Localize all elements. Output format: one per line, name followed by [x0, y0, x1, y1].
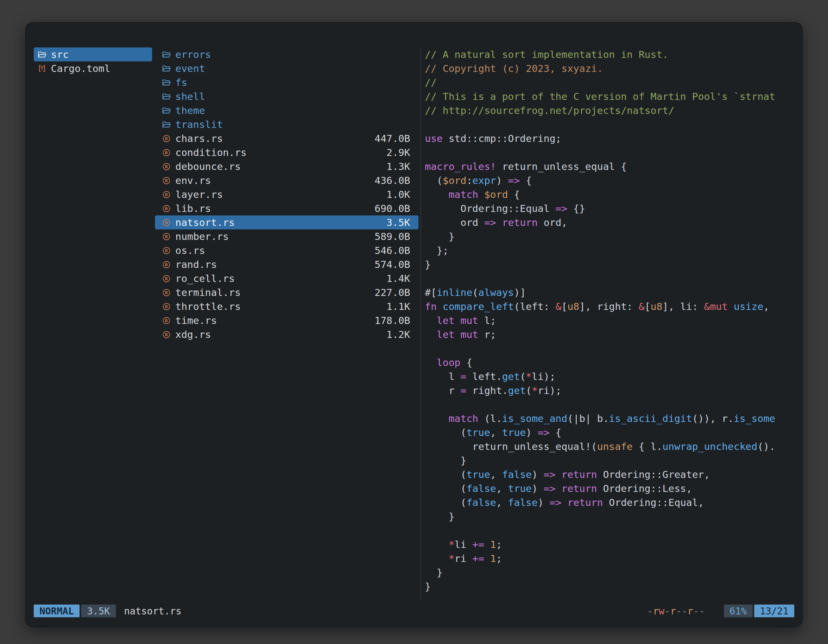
file-row[interactable]: Rterminal.rs227.0B	[155, 285, 419, 299]
file-name: lib.rs	[175, 201, 211, 215]
file-row-selected[interactable]: Rnatsort.rs3.5K	[155, 215, 419, 229]
svg-text:R: R	[165, 234, 168, 239]
code-line: ($ord:expr) => {	[425, 173, 802, 187]
file-size: 546.0B	[375, 243, 419, 257]
svg-text:R: R	[165, 318, 168, 323]
file-size: 227.0B	[375, 285, 419, 299]
rust-icon: R	[162, 330, 171, 339]
code-line	[425, 342, 802, 356]
dir-row[interactable]: fs	[155, 75, 419, 89]
file-row[interactable]: Cargo.toml	[34, 61, 152, 75]
code-line: (false, true) => return Ordering::Less,	[425, 481, 802, 495]
code-line: l = left.get(*li);	[425, 370, 802, 384]
file-size: 436.0B	[375, 173, 419, 187]
dir-row[interactable]: shell	[155, 89, 419, 103]
file-name: src	[51, 47, 69, 61]
file-name: os.rs	[175, 243, 205, 257]
code-line: }	[425, 580, 802, 594]
rust-icon: R	[162, 288, 171, 297]
dir-row[interactable]: errors	[155, 47, 419, 61]
svg-text:R: R	[165, 276, 168, 281]
file-row[interactable]: Rdebounce.rs1.3K	[155, 160, 419, 173]
svg-text:R: R	[165, 332, 168, 337]
code-line: // This is a port of the C version of Ma…	[425, 89, 802, 103]
code-line: }	[425, 509, 802, 523]
rust-icon: R	[162, 190, 171, 199]
file-row[interactable]: Rtime.rs178.0B	[155, 313, 419, 327]
file-size: 1.2K	[386, 327, 419, 342]
file-size: 574.0B	[375, 257, 419, 271]
folder-icon	[162, 120, 171, 129]
dir-row[interactable]: event	[155, 61, 419, 75]
status-right-cluster: -rw-r--r-- 61% 13/21	[647, 605, 794, 617]
file-name: layer.rs	[175, 187, 223, 201]
file-row[interactable]: Rthrottle.rs1.1K	[155, 299, 419, 313]
file-row[interactable]: Rlayer.rs1.0K	[155, 187, 419, 201]
code-line	[425, 118, 802, 132]
file-row[interactable]: Renv.rs436.0B	[155, 173, 419, 187]
file-row[interactable]: Rrand.rs574.0B	[155, 257, 419, 271]
file-row[interactable]: Rxdg.rs1.2K	[155, 327, 419, 342]
file-name: env.rs	[175, 173, 211, 187]
rust-icon: R	[162, 147, 171, 157]
file-name: throttle.rs	[175, 299, 241, 313]
svg-text:R: R	[165, 248, 168, 253]
code-line: }	[425, 257, 802, 271]
file-name: ro_cell.rs	[175, 271, 235, 285]
rust-icon: R	[162, 134, 171, 143]
file-name: fs	[175, 75, 187, 89]
file-row[interactable]: Rro_cell.rs1.4K	[155, 271, 419, 285]
svg-text:R: R	[165, 136, 168, 141]
folder-icon	[162, 92, 171, 101]
parent-pane: srcCargo.toml	[34, 47, 152, 75]
file-size-badge: 3.5K	[81, 605, 116, 617]
pane-separator	[420, 48, 421, 599]
folder-icon	[162, 106, 171, 115]
code-line: macro_rules! return_unless_equal {	[425, 160, 802, 173]
svg-text:R: R	[165, 304, 168, 309]
dir-row[interactable]: theme	[155, 103, 419, 118]
svg-text:R: R	[165, 290, 168, 295]
file-row[interactable]: Ros.rs546.0B	[155, 243, 419, 257]
file-size: 1.3K	[386, 160, 419, 173]
dir-row[interactable]: translit	[155, 118, 419, 132]
preview-pane[interactable]: // A natural sort implementation in Rust…	[425, 47, 802, 599]
file-size: 2.9K	[386, 146, 419, 160]
file-size: 690.0B	[375, 201, 419, 215]
file-row[interactable]: Rlib.rs690.0B	[155, 201, 419, 215]
dir-row-selected[interactable]: src	[34, 47, 152, 61]
folder-icon	[162, 78, 171, 87]
file-row[interactable]: Rcondition.rs2.9K	[155, 146, 419, 160]
file-row[interactable]: Rnumber.rs589.0B	[155, 229, 419, 243]
folder-icon	[162, 64, 171, 73]
yazi-window: srcCargo.toml errorseventfsshellthemetra…	[25, 22, 803, 627]
scroll-percent-badge: 61%	[724, 605, 753, 617]
file-size: 1.0K	[386, 187, 419, 201]
file-name: time.rs	[175, 313, 217, 327]
code-line: (true, false) => return Ordering::Greate…	[425, 467, 802, 481]
rust-icon: R	[162, 218, 171, 227]
permissions: -rw-r--r--	[647, 605, 705, 617]
code-line: fn compare_left(left: &[u8], right: &[u8…	[425, 299, 802, 313]
file-name: rand.rs	[175, 257, 217, 271]
file-row[interactable]: Rchars.rs447.0B	[155, 132, 419, 146]
rust-icon: R	[162, 316, 171, 325]
file-size: 1.1K	[386, 299, 419, 313]
file-name: number.rs	[175, 229, 229, 243]
file-name: event	[175, 61, 205, 75]
code-line: //	[425, 75, 802, 89]
rust-icon: R	[162, 302, 171, 311]
code-line: }	[425, 453, 802, 467]
code-line: loop {	[425, 356, 802, 370]
svg-text:R: R	[165, 150, 168, 155]
current-pane: errorseventfsshellthemetranslitRchars.rs…	[155, 47, 419, 342]
code-line: match $ord {	[425, 187, 802, 201]
code-line: r = right.get(*ri);	[425, 384, 802, 397]
code-line: // http://sourcefrog.net/projects/natsor…	[425, 103, 802, 118]
code-line: // Copyright (c) 2023, sxyazi.	[425, 61, 802, 75]
code-line: use std::cmp::Ordering;	[425, 132, 802, 146]
file-name: theme	[175, 103, 205, 118]
rust-icon: R	[162, 161, 171, 171]
rust-icon: R	[162, 204, 171, 213]
code-line	[425, 397, 802, 411]
